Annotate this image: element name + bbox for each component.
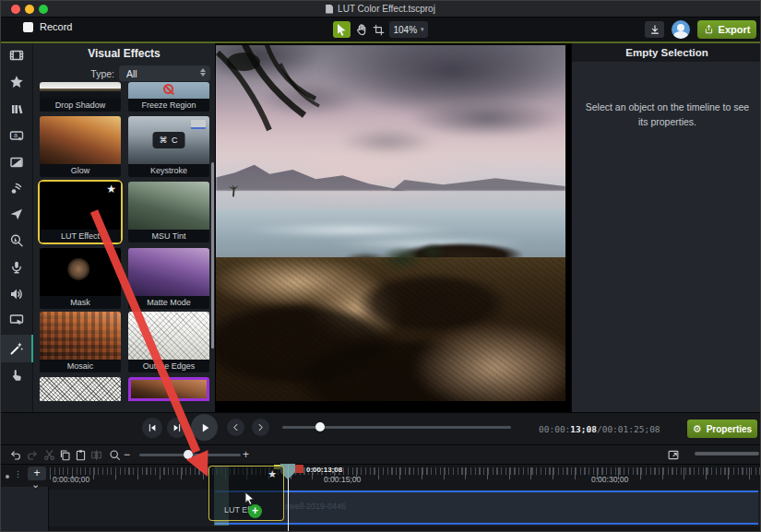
properties-panel: Empty Selection Select an object on the …: [571, 43, 761, 412]
expand-icon: [667, 449, 680, 461]
selection-message: Select an object on the timeline to see …: [585, 100, 750, 130]
effect-tile-mask[interactable]: Mask: [40, 248, 121, 309]
sidebar-voice-narration-button[interactable]: [8, 259, 25, 276]
cut-button[interactable]: [42, 448, 55, 461]
play-button[interactable]: [191, 414, 218, 441]
timecode-display: 00:00:13;08/00:01:25;08: [539, 424, 660, 434]
stepper-arrows-icon: [200, 68, 206, 77]
library-icon: [9, 101, 24, 116]
purple-bordered-thumbnail: [128, 377, 209, 401]
share-export-icon: [704, 24, 714, 35]
minimize-window-button[interactable]: [25, 5, 34, 14]
video-preview: [216, 45, 565, 401]
properties-button[interactable]: ⚙ Properties: [687, 420, 757, 438]
timeline-ruler[interactable]: [50, 465, 760, 487]
next-clip-button[interactable]: [252, 419, 269, 436]
gesture-hand-icon: [9, 368, 24, 383]
effect-tile-drop-shadow[interactable]: Drop Shadow: [40, 82, 121, 112]
zoom-window-button[interactable]: [39, 5, 48, 14]
step-forward-button[interactable]: [167, 418, 187, 438]
export-button[interactable]: Export: [697, 20, 756, 39]
timeline-marker-dot: [6, 475, 9, 479]
record-button[interactable]: Record: [23, 21, 72, 32]
effect-tile-outline-edges[interactable]: Outline Edges: [128, 312, 209, 372]
drag-ghost-lut-effect[interactable]: ★ LUT Eff +: [208, 466, 284, 521]
pan-tool-button[interactable]: [352, 21, 370, 38]
canvas-stage[interactable]: [215, 43, 571, 412]
effect-tile-lut-effect[interactable]: ★ LUT Effect: [40, 182, 121, 242]
transitions-icon: [9, 155, 24, 170]
mask-thumbnail: [40, 248, 121, 296]
paper-plane-icon: [9, 207, 24, 221]
track-drag-grip[interactable]: ⋮: [14, 469, 22, 479]
playhead-out-handle[interactable]: [295, 465, 303, 473]
ruler-minor-ticks: [50, 467, 760, 475]
sidebar-audio-effects-button[interactable]: [8, 286, 25, 302]
collapse-tracks-chevron[interactable]: ⌄: [31, 479, 40, 491]
scrubber-handle[interactable]: [315, 422, 325, 432]
star-icon: [9, 75, 24, 89]
undo-button[interactable]: [8, 448, 21, 461]
sidebar-visual-effects-button[interactable]: [8, 340, 25, 357]
effect-tile-glow[interactable]: Glow: [40, 116, 121, 177]
timeline-hscrollbar[interactable]: [695, 452, 759, 455]
hand-icon: [355, 23, 368, 36]
close-window-button[interactable]: [11, 5, 20, 14]
zoom-out-control[interactable]: −: [124, 448, 130, 461]
scissors-icon: [43, 449, 55, 461]
download-button[interactable]: [645, 21, 664, 38]
speaker-icon: [9, 287, 24, 301]
video-clip[interactable]: swell-2019-0446: [215, 491, 758, 525]
panel-title: Visual Effects: [33, 47, 215, 60]
step-backward-button[interactable]: [142, 418, 162, 438]
redo-button[interactable]: [26, 448, 39, 461]
crop-tool-button[interactable]: [370, 21, 387, 38]
sidebar-library-button[interactable]: [8, 100, 25, 117]
sidebar-cursor-button[interactable]: [8, 312, 25, 328]
keystroke-callout: ⌘ C: [153, 132, 185, 148]
sidebar-annotations-button[interactable]: [8, 74, 25, 90]
media-icon: [9, 48, 24, 63]
effect-tile-matte-mode[interactable]: Matte Mode: [128, 248, 209, 309]
effects-scrollbar[interactable]: [211, 162, 214, 349]
tools-sidebar: a: [1, 43, 33, 412]
sidebar-interactivity-button[interactable]: [8, 367, 25, 384]
copy-button[interactable]: [58, 448, 71, 461]
effect-tile-keystroke[interactable]: ⌘ C Keystroke: [128, 116, 209, 177]
split-button[interactable]: [89, 448, 102, 461]
favorite-star-icon: ★: [268, 468, 277, 480]
shore-texture: [216, 259, 565, 401]
type-filter-value: All: [126, 68, 137, 79]
select-tool-button[interactable]: [333, 21, 351, 38]
detach-timeline-button[interactable]: [667, 448, 680, 461]
magic-wand-icon: [9, 341, 24, 356]
timeline-zoom-button[interactable]: [108, 448, 121, 461]
previous-clip-button[interactable]: [227, 419, 244, 436]
sidebar-behaviors-button[interactable]: [8, 180, 25, 196]
effect-tile-freeze-region[interactable]: Freeze Region: [128, 82, 209, 112]
record-icon: [23, 22, 33, 32]
timeline-zoom-handle[interactable]: [184, 450, 193, 459]
effect-tile-mosaic[interactable]: Mosaic: [40, 312, 121, 372]
effect-tile-msu-tint[interactable]: MSU Tint: [128, 182, 209, 242]
zoom-in-control[interactable]: +: [243, 448, 249, 461]
effect-tile-partial[interactable]: [40, 377, 121, 401]
caret-down-icon: ▾: [421, 26, 424, 33]
mouse-cursor-icon: [244, 491, 256, 505]
sidebar-cursor-effects-button[interactable]: [8, 206, 25, 222]
canvas-zoom-select[interactable]: 104% ▾: [389, 21, 428, 38]
effect-tile-partial[interactable]: [128, 377, 209, 401]
paste-button[interactable]: [74, 448, 87, 461]
account-avatar[interactable]: [672, 20, 690, 39]
microphone-icon: [9, 260, 24, 275]
sidebar-transitions-button[interactable]: [8, 154, 25, 171]
crop-icon: [373, 24, 385, 36]
avatar-person-icon: [677, 24, 684, 31]
sidebar-captions-button[interactable]: a: [8, 127, 25, 144]
window-title: LUT Color Effect.tscproj: [338, 4, 435, 14]
sidebar-media-button[interactable]: [8, 47, 25, 64]
magnifier-icon: [109, 449, 121, 461]
favorite-star-icon[interactable]: ★: [106, 183, 116, 195]
sidebar-zoom-n-pan-button[interactable]: [8, 232, 25, 249]
type-filter-select[interactable]: All: [119, 65, 210, 81]
